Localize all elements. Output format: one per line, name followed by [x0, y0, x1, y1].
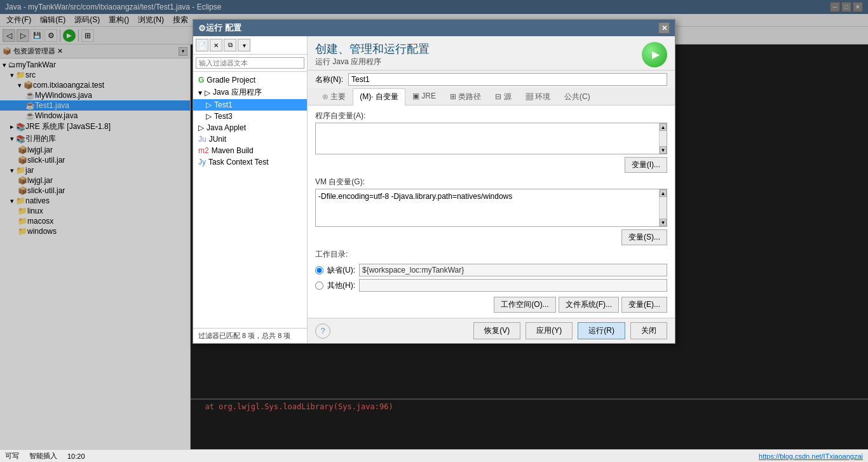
filter-input[interactable]	[196, 57, 304, 69]
radio-other-label: 其他(H):	[327, 280, 355, 291]
dialog-close-icon[interactable]: ✕	[658, 22, 670, 34]
test3-icon: ▷	[206, 112, 212, 121]
tab-content-args: 程序自变量(A): ▲ ▼ 变量(I)...	[308, 105, 675, 318]
dialog-titlebar: ⚙ 运行 配置 ✕	[193, 20, 675, 36]
vm-args-input[interactable]: -Dfile.encoding=utf-8 -Djava.library.pat…	[316, 189, 659, 226]
expand-java-icon: ▾	[198, 88, 202, 97]
status-text: 可写	[5, 451, 19, 461]
insert-mode: 智能插入	[29, 451, 57, 461]
tab-common[interactable]: 公共(C)	[557, 88, 597, 105]
dialog-title-text: 运行 配置	[206, 22, 241, 34]
vm-args-section: VM 自变量(G): -Dfile.encoding=utf-8 -Djava.…	[315, 177, 667, 245]
duplicate-config-btn[interactable]: ⧉	[224, 39, 236, 51]
maven-icon: m2	[198, 146, 209, 155]
run-config-dialog: ⚙ 运行 配置 ✕ 📄 ✕ ⧉ ▾ G Gradle Pro	[193, 19, 675, 344]
config-java-applet[interactable]: ▷ Java Applet	[193, 122, 307, 133]
tab-jre-icon: ▣	[412, 92, 421, 100]
name-input[interactable]	[348, 73, 667, 86]
vars-btn-3[interactable]: 变量(E)...	[621, 297, 667, 313]
junit-icon: Ju	[198, 135, 207, 144]
config-test3[interactable]: ▷ Test3	[193, 111, 307, 122]
task-icon: Jy	[198, 158, 206, 166]
java-app-icon: ▷	[205, 88, 210, 97]
tab-source-icon: ⊟	[495, 92, 503, 101]
close-btn[interactable]: 关闭	[630, 322, 667, 339]
tab-env-icon: ▦	[526, 92, 535, 101]
applet-icon: ▷	[198, 123, 204, 132]
workspace-btn[interactable]: 工作空间(O)...	[494, 297, 555, 313]
other-dir-input[interactable]	[359, 279, 667, 292]
radio-other-row: 其他(H):	[315, 279, 667, 292]
config-gradle[interactable]: G Gradle Project	[193, 74, 307, 86]
dialog-header: 创建、管理和运行配置 运行 Java 应用程序	[308, 36, 675, 71]
run-icon-big	[642, 42, 667, 67]
vm-args-scrollbar[interactable]: ▲ ▼	[659, 189, 667, 226]
delete-config-btn[interactable]: ✕	[210, 39, 222, 51]
dialog-body: 📄 ✕ ⧉ ▾ G Gradle Project ▾ ▷	[193, 36, 675, 343]
restore-btn[interactable]: 恢复(V)	[473, 322, 520, 339]
config-maven[interactable]: m2 Maven Build	[193, 145, 307, 156]
scroll-track	[660, 131, 667, 146]
test1-icon: ▷	[206, 100, 212, 109]
dialog-subheading: 运行 Java 应用程序	[315, 57, 430, 67]
tab-args[interactable]: (M)· 自变量	[353, 88, 405, 105]
dialog-sidebar: 📄 ✕ ⧉ ▾ G Gradle Project ▾ ▷	[193, 36, 308, 343]
work-dir-buttons: 工作空间(O)... 文件系统(F)... 变量(E)...	[315, 297, 667, 313]
tab-jre[interactable]: ▣ JRE	[405, 88, 443, 105]
name-label: 名称(N):	[315, 74, 343, 85]
blog-url: https://blog.csdn.net/ITxiaoangzai	[759, 452, 863, 460]
tabs-row: ⊙ 主要 (M)· 自变量 ▣ JRE ⊞ 类路径 ⊟ 源	[308, 88, 675, 105]
filter-area	[193, 55, 307, 72]
vars-btn-2[interactable]: 变量(S)...	[621, 229, 667, 245]
config-tree: G Gradle Project ▾ ▷ Java 应用程序 ▷ Test1 ▷	[193, 72, 307, 328]
program-args-box: ▲ ▼	[315, 123, 667, 154]
program-args-section: 程序自变量(A): ▲ ▼ 变量(I)...	[315, 111, 667, 173]
program-args-scrollbar[interactable]: ▲ ▼	[659, 123, 667, 154]
radio-default-label: 缺省(U):	[327, 265, 355, 276]
vm-scroll-down-btn[interactable]: ▼	[660, 219, 667, 226]
config-junit[interactable]: Ju JUnit	[193, 133, 307, 145]
tab-classpath-icon: ⊞	[450, 92, 458, 101]
sidebar-footer: 过滤器已匹配 8 项，总共 8 项	[193, 328, 307, 343]
scroll-up-btn[interactable]: ▲	[660, 123, 667, 131]
scroll-down-btn[interactable]: ▼	[660, 146, 667, 154]
work-dir-label: 工作目录:	[315, 249, 667, 260]
vm-args-box: -Dfile.encoding=utf-8 -Djava.library.pat…	[315, 189, 667, 227]
vm-args-label: VM 自变量(G):	[315, 177, 667, 187]
program-args-label: 程序自变量(A):	[315, 111, 667, 121]
config-test1[interactable]: ▷ Test1	[193, 99, 307, 111]
apply-btn[interactable]: 应用(Y)	[526, 322, 573, 339]
dialog-title-icon: ⚙	[198, 24, 206, 33]
tab-environment[interactable]: ▦ 环境	[519, 88, 557, 105]
dialog-main: 创建、管理和运行配置 运行 Java 应用程序 名称(N): ⊙ 主要	[308, 36, 675, 343]
work-dir-section: 工作目录: 缺省(U): 其他(H): 工作空间(O)...	[315, 249, 667, 313]
radio-default-row: 缺省(U):	[315, 264, 667, 276]
tab-main[interactable]: ⊙ 主要	[315, 88, 353, 105]
filter-config-btn[interactable]: ▾	[238, 39, 250, 51]
config-task-context[interactable]: Jy Task Context Test	[193, 156, 307, 168]
cursor-position: 10:20	[67, 452, 85, 460]
new-config-btn[interactable]: 📄	[196, 39, 208, 51]
sidebar-toolbar: 📄 ✕ ⧉ ▾	[193, 36, 307, 55]
name-row: 名称(N):	[308, 71, 675, 88]
status-bar: 可写 智能插入 10:20 https://blog.csdn.net/ITxi…	[0, 449, 868, 462]
filesystem-btn[interactable]: 文件系统(F)...	[559, 297, 619, 313]
radio-default[interactable]	[315, 266, 323, 275]
vm-scroll-up-btn[interactable]: ▲	[660, 189, 667, 197]
default-dir-input[interactable]	[359, 264, 667, 276]
vars-btn-1[interactable]: 变量(I)...	[625, 157, 667, 173]
program-args-input[interactable]	[316, 123, 659, 154]
tab-source[interactable]: ⊟ 源	[488, 88, 518, 105]
tab-classpath[interactable]: ⊞ 类路径	[443, 88, 488, 105]
tab-args-icon: (M)·	[360, 92, 376, 101]
vm-scroll-track	[660, 197, 667, 219]
dialog-overlay: ⚙ 运行 配置 ✕ 📄 ✕ ⧉ ▾ G Gradle Pro	[0, 0, 868, 462]
dialog-heading: 创建、管理和运行配置	[315, 41, 430, 57]
gradle-icon: G	[198, 76, 204, 85]
run-btn[interactable]: 运行(R)	[578, 322, 625, 339]
config-java-app[interactable]: ▾ ▷ Java 应用程序	[193, 86, 307, 99]
dialog-bottom-buttons: ? 恢复(V) 应用(Y) 运行(R) 关闭	[308, 318, 675, 343]
tab-main-icon: ⊙	[322, 92, 330, 101]
radio-other[interactable]	[315, 282, 323, 290]
help-icon[interactable]: ?	[315, 323, 330, 339]
